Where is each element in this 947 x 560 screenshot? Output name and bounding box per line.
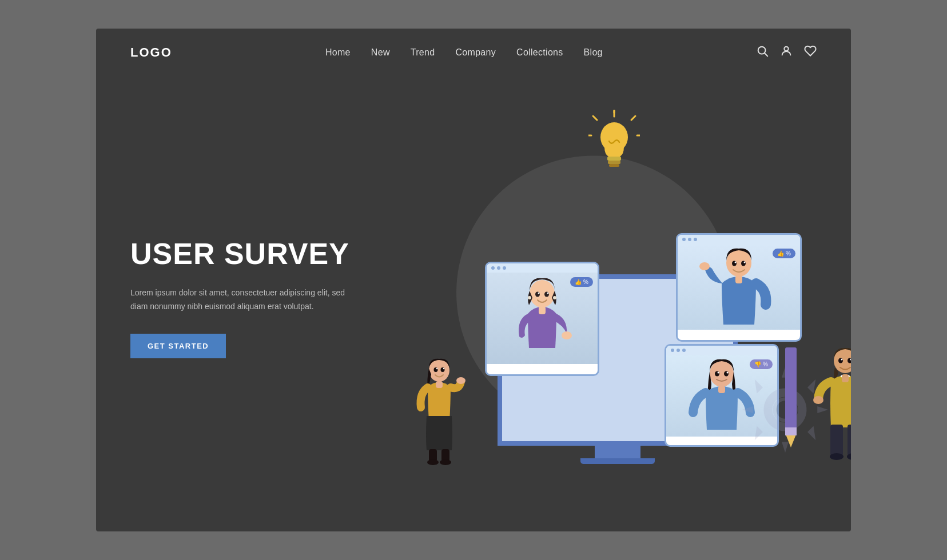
svg-point-27 (735, 261, 737, 263)
video-card-2: 👍 % (676, 233, 802, 342)
svg-point-28 (744, 261, 746, 263)
dot (688, 238, 691, 241)
svg-point-29 (710, 361, 734, 387)
svg-rect-60 (785, 427, 797, 435)
svg-point-55 (841, 358, 843, 360)
user-icon[interactable] (780, 45, 793, 60)
card-1-header (487, 263, 598, 273)
video-card-1: 👍 % (485, 262, 599, 376)
like-badge-2: 👍 % (773, 249, 795, 258)
percent-label: % (583, 279, 588, 285)
dot (682, 238, 686, 241)
dot (682, 349, 686, 352)
svg-point-52 (813, 396, 823, 404)
dot (497, 266, 500, 270)
svg-point-44 (436, 367, 437, 369)
svg-rect-49 (847, 425, 851, 456)
card-2-header (678, 235, 800, 244)
svg-point-40 (427, 459, 439, 465)
svg-rect-36 (436, 381, 443, 388)
nav-item-company[interactable]: Company (455, 47, 496, 57)
left-section: USER SURVEY Lorem ipsum dolor sit amet, … (130, 238, 371, 359)
standing-woman-left (416, 356, 462, 467)
svg-rect-47 (842, 374, 849, 382)
svg-point-15 (562, 331, 572, 339)
nav-item-new[interactable]: New (371, 47, 390, 57)
navbar: LOGO Home New Trend Company Collections … (96, 29, 851, 76)
standing-man-right (817, 345, 851, 467)
nav-links: Home New Trend Company Collections Blog (325, 47, 603, 58)
illustration-section: 👍 % (371, 98, 817, 498)
page-container: LOGO Home New Trend Company Collections … (96, 29, 851, 531)
svg-rect-30 (718, 386, 725, 393)
svg-point-17 (553, 296, 556, 299)
monitor: 👍 % (498, 274, 738, 464)
svg-point-37 (456, 377, 465, 384)
svg-rect-14 (539, 306, 546, 314)
svg-rect-11 (608, 161, 620, 164)
dot (694, 238, 697, 241)
svg-rect-48 (830, 425, 843, 456)
card-2-body: 👍 % (678, 244, 800, 330)
card-3-header (666, 346, 777, 355)
heart-icon[interactable] (804, 45, 817, 60)
card-1-body: 👍 % (487, 273, 598, 364)
cta-button[interactable]: GET STARTED (130, 334, 226, 358)
nav-item-trend[interactable]: Trend (411, 47, 435, 57)
svg-point-20 (538, 293, 540, 294)
lightbulb-icon (588, 110, 640, 173)
standing-woman-yellow-character (416, 356, 462, 465)
pencil-decoration (782, 347, 799, 453)
svg-rect-58 (785, 347, 797, 433)
svg-point-13 (530, 280, 555, 307)
svg-point-34 (727, 372, 729, 374)
logo: LOGO (130, 45, 172, 60)
svg-point-50 (830, 453, 843, 460)
svg-point-45 (443, 367, 444, 369)
woman-purple-character (511, 274, 574, 362)
svg-point-21 (547, 293, 549, 294)
svg-line-1 (765, 53, 767, 56)
svg-rect-12 (609, 164, 619, 167)
thumbs-up-icon: 👍 (575, 279, 582, 285)
like-badge-1: 👍 % (570, 277, 593, 287)
svg-point-24 (699, 262, 710, 270)
svg-rect-10 (607, 157, 621, 161)
percent-label-2: % (786, 250, 791, 257)
hero-title: USER SURVEY (130, 238, 371, 270)
svg-point-51 (847, 453, 851, 460)
main-content: USER SURVEY Lorem ipsum dolor sit amet, … (96, 76, 851, 531)
dot (671, 349, 674, 352)
svg-point-16 (528, 296, 531, 299)
standing-man-jacket-character (817, 345, 851, 465)
svg-point-2 (784, 47, 788, 51)
svg-point-33 (718, 372, 719, 374)
lightbulb-container (588, 110, 640, 175)
svg-line-5 (593, 116, 597, 120)
dot (677, 349, 680, 352)
man-blue-character (702, 245, 776, 329)
search-icon[interactable] (756, 45, 769, 60)
svg-point-41 (440, 459, 451, 465)
nav-item-blog[interactable]: Blog (584, 47, 603, 57)
pencil-icon (782, 347, 799, 450)
hero-description: Lorem ipsum dolor sit amet, consectetuer… (130, 286, 348, 314)
nav-item-collections[interactable]: Collections (516, 47, 563, 57)
svg-rect-23 (735, 275, 742, 283)
monitor-base (595, 446, 640, 458)
nav-item-home[interactable]: Home (325, 47, 351, 57)
dot (503, 266, 506, 270)
thumbs-up-icon-2: 👍 (777, 250, 784, 257)
nav-icon-group (756, 45, 817, 60)
dot (491, 266, 495, 270)
svg-line-6 (631, 116, 635, 120)
monitor-foot (580, 458, 655, 464)
monitor-screen: 👍 % (498, 274, 738, 446)
